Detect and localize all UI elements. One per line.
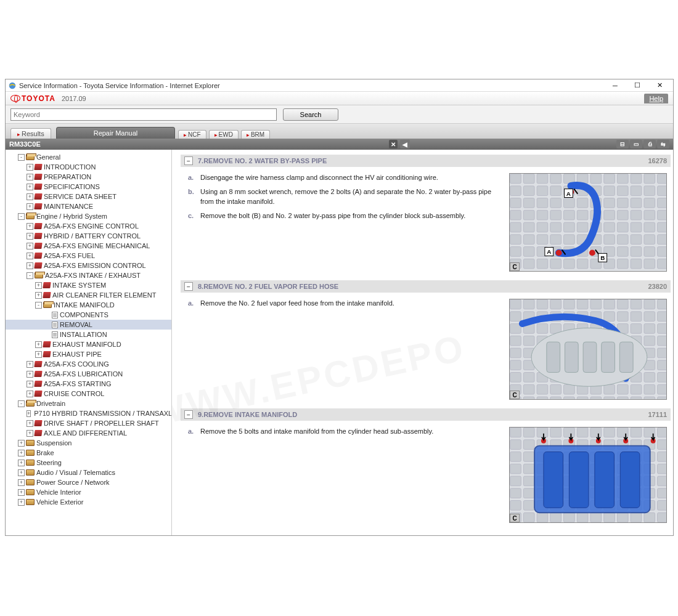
tree-node[interactable]: +Power Source / Network: [6, 477, 171, 487]
expand-icon[interactable]: +: [27, 430, 33, 437]
expand-icon[interactable]: +: [18, 460, 25, 466]
toolbar-button-4[interactable]: ⇆: [657, 140, 669, 148]
tree-node[interactable]: +Brake: [6, 448, 171, 458]
svg-rect-108: [510, 299, 521, 309]
tree-node[interactable]: +DRIVE SHAFT / PROPELLER SHAFT: [6, 418, 171, 428]
tree-node[interactable]: +HYBRID / BATTERY CONTROL: [6, 231, 171, 241]
close-button[interactable]: ✕: [648, 80, 671, 91]
tree-node[interactable]: +Vehicle Exterior: [6, 497, 171, 507]
toolbar-button-1[interactable]: ⊟: [616, 140, 629, 148]
svg-rect-82: [644, 174, 655, 184]
expand-icon[interactable]: +: [27, 410, 31, 417]
tree-node[interactable]: +EXHAUST MANIFOLD: [6, 339, 171, 349]
expand-icon[interactable]: +: [35, 282, 42, 289]
expand-icon[interactable]: +: [27, 184, 33, 190]
tree-node[interactable]: +Steering: [6, 458, 171, 468]
expand-icon[interactable]: +: [27, 233, 33, 240]
expand-icon[interactable]: +: [27, 391, 33, 397]
tree-node[interactable]: +A25A-FXS COOLING: [6, 359, 171, 369]
expand-icon[interactable]: +: [27, 243, 33, 249]
search-button[interactable]: Search: [283, 108, 338, 121]
tree-node[interactable]: +A25A-FXS ENGINE MECHANICAL: [6, 241, 171, 251]
expand-icon[interactable]: +: [27, 381, 33, 387]
expand-icon[interactable]: +: [27, 371, 33, 378]
tree-node[interactable]: +Audio / Visual / Telematics: [6, 468, 171, 477]
collapse-icon[interactable]: -: [18, 213, 25, 220]
tree-node[interactable]: COMPONENTS: [6, 310, 171, 320]
tree-label: A25A-FXS COOLING: [44, 360, 109, 368]
tab-ncf[interactable]: NCF: [178, 130, 206, 139]
tree-node[interactable]: INSTALLATION: [6, 330, 171, 339]
maximize-button[interactable]: ☐: [626, 80, 648, 91]
toolbar-button-2[interactable]: ▭: [630, 140, 642, 148]
minimize-button[interactable]: ─: [604, 80, 626, 91]
tree-node[interactable]: +CRUISE CONTROL: [6, 389, 171, 399]
tree-node[interactable]: +AIR CLEANER FILTER ELEMENT: [6, 290, 171, 300]
tree-node[interactable]: +SERVICE DATA SHEET: [6, 192, 171, 201]
section-collapse-button[interactable]: −: [184, 156, 193, 165]
svg-rect-86: [644, 222, 655, 232]
tree-node[interactable]: -General: [6, 152, 171, 162]
tree-node[interactable]: +A25A-FXS LUBRICATION: [6, 369, 171, 379]
tree-node[interactable]: +A25A-FXS EMISSION CONTROL: [6, 261, 171, 270]
tree-node[interactable]: +PREPARATION: [6, 172, 171, 182]
collapse-icon[interactable]: -: [18, 154, 25, 161]
svg-rect-197: [631, 397, 642, 399]
doc-close-button[interactable]: ✕: [389, 140, 398, 148]
expand-icon[interactable]: +: [27, 253, 33, 259]
tree-node[interactable]: +AXLE AND DIFFERENTIAL: [6, 428, 171, 438]
svg-rect-78: [631, 222, 642, 232]
tree-node[interactable]: +INTRODUCTION: [6, 162, 171, 172]
expand-icon[interactable]: +: [18, 489, 25, 496]
tree-node[interactable]: -Drivetrain: [6, 399, 171, 408]
content-pane[interactable]: WWW.EPCDEPO −7.REMOVE NO. 2 WATER BY-PAS…: [172, 150, 673, 535]
collapse-icon[interactable]: -: [35, 302, 42, 309]
expand-icon[interactable]: +: [27, 193, 33, 200]
tab-brm[interactable]: BRM: [241, 130, 270, 139]
collapse-icon[interactable]: -: [27, 272, 33, 279]
tab-ewd[interactable]: EWD: [209, 130, 239, 139]
expand-icon[interactable]: +: [27, 262, 33, 269]
expand-icon[interactable]: +: [27, 174, 33, 180]
expand-icon[interactable]: +: [27, 223, 33, 230]
tree-node[interactable]: -INTAKE MANIFOLD: [6, 300, 171, 310]
tree-node[interactable]: +Vehicle Interior: [6, 487, 171, 497]
tree-node[interactable]: +MAINTENANCE: [6, 201, 171, 211]
tree-node[interactable]: +SPECIFICATIONS: [6, 182, 171, 192]
nav-back-button[interactable]: ◀: [400, 140, 410, 148]
expand-icon[interactable]: +: [18, 450, 25, 456]
print-button[interactable]: ⎙: [643, 140, 656, 148]
tree-node[interactable]: -A25A-FXS INTAKE / EXHAUST: [6, 270, 171, 280]
collapse-icon[interactable]: -: [18, 400, 25, 407]
nav-tree[interactable]: -General+INTRODUCTION+PREPARATION+SPECIF…: [6, 150, 172, 535]
tree-node[interactable]: +A25A-FXS STARTING: [6, 379, 171, 389]
tree-node[interactable]: +A25A-FXS FUEL: [6, 251, 171, 261]
expand-icon[interactable]: +: [27, 420, 33, 427]
expand-icon[interactable]: +: [35, 341, 42, 348]
expand-icon[interactable]: +: [27, 164, 33, 171]
expand-icon[interactable]: +: [18, 479, 25, 486]
tree-node[interactable]: +INTAKE SYSTEM: [6, 280, 171, 290]
help-link[interactable]: Help: [644, 94, 668, 103]
expand-icon[interactable]: +: [18, 499, 25, 506]
document-bar: RM33C0E ✕ ◀ ⊟ ▭ ⎙ ⇆: [6, 139, 673, 150]
search-input[interactable]: [10, 108, 277, 121]
section-collapse-button[interactable]: −: [184, 410, 193, 419]
tree-node[interactable]: +P710 HYBRID TRANSMISSION / TRANSAXLE: [6, 408, 171, 418]
expand-icon[interactable]: +: [27, 203, 33, 210]
expand-icon[interactable]: +: [18, 440, 25, 447]
svg-rect-204: [644, 373, 655, 383]
expand-icon[interactable]: +: [18, 469, 25, 476]
section-collapse-button[interactable]: −: [184, 282, 193, 291]
tree-node[interactable]: +A25A-FXS ENGINE CONTROL: [6, 221, 171, 231]
tree-node[interactable]: -Engine / Hybrid System: [6, 211, 171, 221]
tab-repair-manual[interactable]: Repair Manual: [56, 127, 176, 139]
expand-icon[interactable]: +: [35, 351, 42, 358]
tree-node[interactable]: +Suspension: [6, 438, 171, 448]
expand-icon[interactable]: +: [35, 292, 42, 299]
expand-icon[interactable]: +: [27, 361, 33, 368]
tab-results[interactable]: Results: [10, 128, 51, 139]
tree-node[interactable]: +EXHAUST PIPE: [6, 349, 171, 359]
tree-node[interactable]: REMOVAL: [6, 320, 171, 330]
svg-rect-8: [510, 247, 521, 257]
